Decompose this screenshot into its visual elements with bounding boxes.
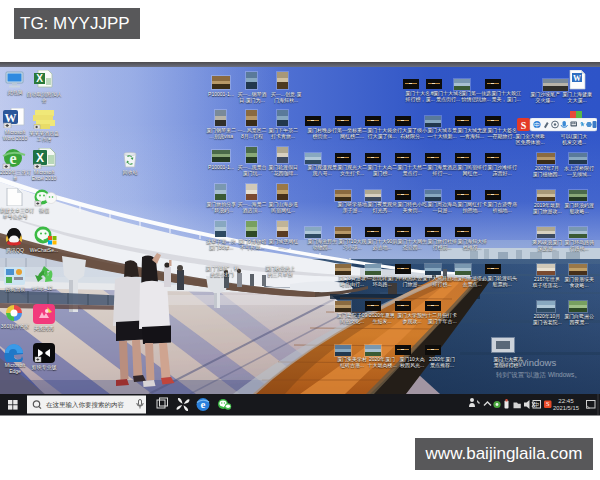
- svg-text:X: X: [36, 151, 44, 165]
- svg-text:S: S: [546, 400, 550, 407]
- svg-text:中: 中: [534, 122, 540, 128]
- svg-text:2021/5/15: 2021/5/15: [553, 405, 579, 411]
- svg-text:W: W: [5, 111, 17, 125]
- svg-text:在这里输入你要搜索的内容: 在这里输入你要搜索的内容: [46, 401, 125, 409]
- svg-text:中: 中: [534, 401, 541, 408]
- svg-text:转到"设置"以激活 Windows。: 转到"设置"以激活 Windows。: [496, 371, 581, 379]
- svg-text:S: S: [521, 120, 527, 131]
- svg-text:W: W: [573, 74, 581, 83]
- svg-text:X: X: [36, 73, 43, 84]
- svg-text:22:45: 22:45: [558, 397, 574, 404]
